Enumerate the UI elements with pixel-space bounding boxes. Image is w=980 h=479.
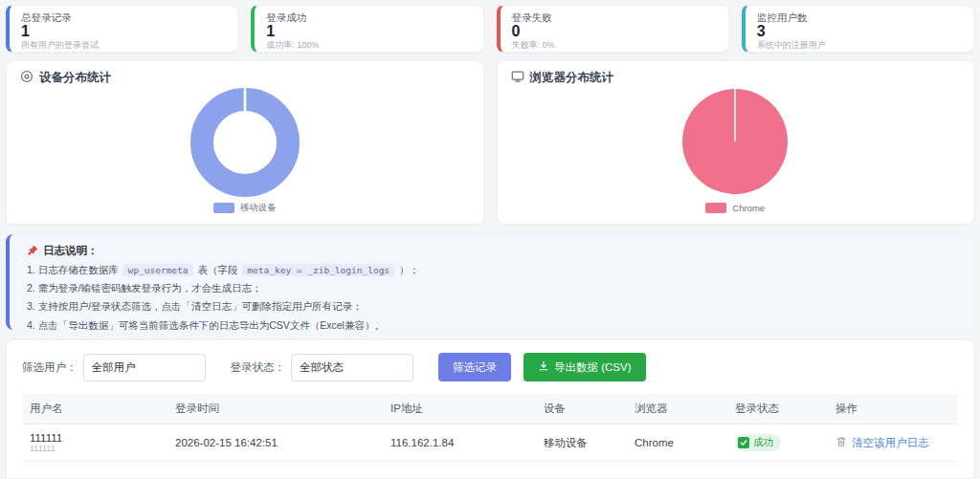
clear-user-logs-label: 清空该用户日志 [852,436,929,450]
stat-title: 登录失败 [512,11,717,24]
device-icon [20,70,33,86]
col-device: 设备 [534,394,625,425]
inline-code: meta_key = _zib_login_logs [242,264,394,276]
cell-username: 111111 111111 [22,425,166,462]
col-browser: 浏览器 [625,394,725,425]
user-filter-label: 筛选用户： [22,360,78,375]
log-panel: 筛选用户： 全部用户 登录状态： 全部状态 筛选记录 导出数据 (CSV) [6,339,974,479]
download-icon [538,360,549,374]
note-line: 3. 支持按用户/登录状态筛选，点击「清空日志」可删除指定用户所有记录； [27,299,957,314]
stats-row: 总登录记录 1 所有用户的登录尝试 登录成功 1 成功率: 100% 登录失败 … [6,5,974,53]
filter-row: 筛选用户： 全部用户 登录状态： 全部状态 筛选记录 导出数据 (CSV) [22,353,958,381]
browser-pie-chart [511,86,961,199]
status-badge-label: 成功 [753,436,773,449]
stat-title: 监控用户数 [757,11,962,24]
pushpin-icon [27,245,38,258]
stat-title: 总登录记录 [21,11,226,24]
log-notes-panel: 日志说明： 1. 日志存储在数据库 wp_usermeta 表（字段 meta_… [6,234,974,330]
browser-chart-legend: Chrome [511,199,961,216]
stat-subtitle: 系统中的注册用户 [757,40,962,51]
chart-title: 设备分布统计 [39,70,111,86]
trash-icon [835,436,847,449]
cell-actions: 清空该用户日志 [826,425,958,462]
legend-swatch [705,203,726,213]
browser-chart-header: 浏览器分布统计 [511,70,961,86]
stat-subtitle: 成功率: 100% [266,40,471,51]
table-row: 111111 111111 2026-02-15 16:42:51 116.16… [22,425,958,462]
export-csv-button[interactable]: 导出数据 (CSV) [523,353,646,381]
charts-row: 设备分布统计 移动设备 [6,60,974,225]
browser-chart-card: 浏览器分布统计 Chrome [497,60,975,225]
note-line: 4. 点击「导出数据」可将当前筛选条件下的日志导出为CSV文件（Excel兼容）… [27,318,957,330]
status-badge: 成功 [735,434,781,451]
device-chart-card: 设备分布统计 移动设备 [6,60,484,225]
stat-subtitle: 失败率: 0% [512,40,717,51]
device-donut-chart [20,86,470,199]
stat-value: 1 [266,24,471,40]
notes-title: 日志说明： [43,244,99,258]
stat-card: 登录成功 1 成功率: 100% [251,5,483,53]
stat-value: 3 [757,24,962,40]
table-header-row: 用户名 登录时间 IP地址 设备 浏览器 登录状态 操作 [22,394,958,425]
stat-card: 监控用户数 3 系统中的注册用户 [742,5,974,53]
legend-swatch [213,203,234,213]
device-chart-legend: 移动设备 [20,199,470,216]
user-filter-select[interactable]: 全部用户 [83,354,206,381]
cell-status: 成功 [725,425,826,462]
stat-value: 1 [21,24,226,40]
export-button-label: 导出数据 (CSV) [554,360,632,375]
inline-code: wp_usermeta [123,264,193,276]
stat-value: 0 [512,24,717,40]
status-filter-label: 登录状态： [231,360,286,375]
check-icon [738,437,749,448]
col-status: 登录状态 [725,394,826,425]
username-sub: 111111 [30,444,156,453]
dashboard-page: 总登录记录 1 所有用户的登录尝试 登录成功 1 成功率: 100% 登录失败 … [0,0,980,479]
notes-body: 1. 日志存储在数据库 wp_usermeta 表（字段 meta_key = … [27,263,957,330]
login-log-table: 用户名 登录时间 IP地址 设备 浏览器 登录状态 操作 111111 1111… [22,394,958,462]
col-login-time: 登录时间 [166,394,381,425]
legend-label: 移动设备 [240,202,277,214]
note-line: 2. 需为登录/输错密码触发登录行为，才会生成日志； [27,281,957,295]
chart-title: 浏览器分布统计 [530,70,614,86]
stat-subtitle: 所有用户的登录尝试 [21,40,226,51]
monitor-icon [511,70,524,86]
filter-button-label: 筛选记录 [453,360,497,375]
notes-header: 日志说明： [27,244,957,258]
legend-label: Chrome [732,203,765,213]
device-chart-header: 设备分布统计 [20,70,470,86]
cell-device: 移动设备 [534,425,625,462]
cell-login-time: 2026-02-15 16:42:51 [166,425,381,462]
note-line: 1. 日志存储在数据库 wp_usermeta 表（字段 meta_key = … [27,263,957,277]
cell-ip: 116.162.1.84 [381,425,534,462]
filter-records-button[interactable]: 筛选记录 [438,353,511,381]
stat-card: 总登录记录 1 所有用户的登录尝试 [6,5,238,53]
stat-card: 登录失败 0 失败率: 0% [497,5,729,53]
username: 111111 [30,432,156,444]
col-actions: 操作 [826,394,958,425]
col-ip: IP地址 [381,394,534,425]
clear-user-logs-link[interactable]: 清空该用户日志 [835,436,929,450]
status-filter-select[interactable]: 全部状态 [291,354,413,381]
cell-browser: Chrome [625,425,725,462]
col-username: 用户名 [22,394,166,425]
stat-title: 登录成功 [266,11,471,24]
